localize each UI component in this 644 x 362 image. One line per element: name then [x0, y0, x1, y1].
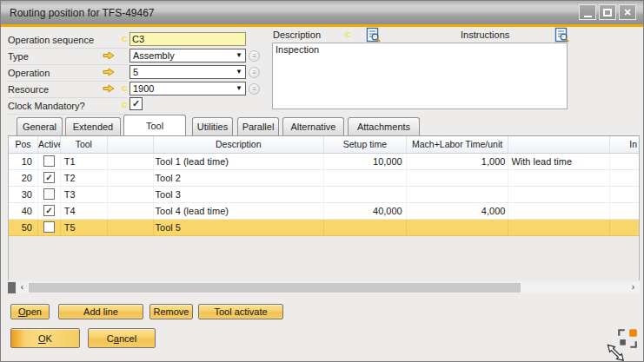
scrollbar-thumb[interactable] [29, 283, 521, 293]
instructions-label: Instructions [461, 30, 509, 40]
cell-remark [508, 220, 610, 235]
text-editor-icon[interactable] [366, 27, 381, 43]
operation-list-button[interactable]: ≡ [249, 67, 260, 78]
changed-marker-icon: C [122, 35, 128, 43]
column-splitter-handle[interactable] [8, 282, 16, 293]
tab-alternative[interactable]: Alternative [282, 117, 344, 135]
cell-pos: 10 [9, 154, 38, 169]
column-header-setup-time[interactable]: Setup time [324, 136, 407, 153]
cell-active: ✓ [38, 203, 61, 219]
horizontal-scrollbar[interactable]: ‹ › [8, 282, 640, 293]
type-value: Assembly [133, 50, 175, 61]
cell-description: Tool 3 [154, 187, 324, 202]
cell-in [610, 170, 639, 186]
table-row[interactable]: 30 T3 Tool 3 [9, 187, 639, 203]
resource-link-arrow-icon[interactable] [103, 84, 115, 93]
cell-pos: 50 [9, 220, 38, 235]
open-button[interactable]: Open [10, 304, 50, 319]
tool-table: Pos Active Tool Description Setup time M… [8, 135, 640, 280]
cell-mach-labor [407, 220, 509, 235]
column-header-tool[interactable]: Tool [61, 136, 108, 153]
cell-spacer [108, 154, 154, 169]
cell-spacer [108, 170, 154, 186]
changed-marker-icon: C [345, 30, 351, 39]
column-header-pos[interactable]: Pos [9, 136, 38, 153]
chevron-down-icon[interactable]: ▼ [236, 69, 242, 76]
cell-active: ✓ [38, 170, 61, 186]
cell-tool: T1 [61, 154, 108, 169]
minimize-button[interactable] [579, 4, 596, 20]
operation-value: 5 [133, 67, 138, 77]
text-editor-icon[interactable] [554, 27, 569, 43]
cell-tool: T4 [61, 203, 108, 219]
cell-remark [508, 170, 610, 186]
operation-sequence-label: Operation sequence [8, 32, 128, 49]
add-line-button[interactable]: Add line [58, 304, 143, 319]
titlebar[interactable]: Routing position for TFS-49467 [1, 1, 643, 24]
type-dropdown[interactable]: Assembly▼ [129, 49, 246, 63]
cell-in [610, 187, 639, 202]
type-link-arrow-icon[interactable] [103, 51, 115, 60]
operation-sequence-input[interactable]: C3 [129, 32, 246, 46]
row-active-checkbox[interactable] [43, 155, 55, 167]
row-active-checkbox[interactable] [43, 188, 55, 200]
tab-tool[interactable]: Tool [123, 115, 186, 135]
column-header-description[interactable]: Description [154, 136, 324, 153]
tab-utilities[interactable]: Utilities [192, 117, 233, 135]
maximize-button[interactable] [599, 4, 616, 20]
table-row-selected[interactable]: 50 T5 Tool 5 [9, 220, 639, 236]
operation-link-arrow-icon[interactable] [103, 68, 115, 76]
remove-button[interactable]: Remove [149, 304, 193, 319]
resize-grip-icon[interactable] [616, 327, 639, 350]
cell-spacer [108, 220, 154, 235]
cell-setup-time [324, 170, 407, 186]
row-active-checkbox[interactable]: ✓ [43, 172, 55, 183]
resource-value: 1900 [133, 83, 154, 94]
cell-tool: T5 [61, 220, 108, 235]
scroll-right-button[interactable]: › [627, 282, 639, 293]
scroll-left-icon: ‹ [21, 282, 23, 292]
cell-mach-labor: 4,000 [407, 203, 509, 219]
table-row[interactable]: 10 T1 Tool 1 (lead time) 10,000 1,000 Wi… [9, 154, 639, 170]
chevron-down-icon[interactable]: ▼ [236, 52, 242, 59]
table-row[interactable]: 40 ✓ T4 Tool 4 (lead time) 40,000 4,000 [9, 203, 639, 220]
row-active-checkbox[interactable] [43, 221, 55, 233]
chevron-down-icon[interactable]: ▼ [236, 85, 242, 92]
description-textarea[interactable]: Inspection [272, 43, 568, 109]
cell-mach-labor [407, 170, 509, 186]
button-label: K [46, 333, 52, 344]
tab-general[interactable]: General [17, 117, 63, 135]
changed-marker-icon: C [122, 101, 128, 109]
list-icon: ≡ [252, 85, 256, 93]
scroll-left-button[interactable]: ‹ [17, 282, 28, 293]
tool-activate-button[interactable]: Tool activate [198, 304, 283, 319]
type-list-button[interactable]: ≡ [249, 50, 260, 62]
cancel-button[interactable]: Cancel [88, 328, 156, 348]
tab-parallel[interactable]: Parallel [237, 117, 279, 135]
table-row[interactable]: 20 ✓ T2 Tool 2 [9, 170, 639, 187]
cell-setup-time: 10,000 [324, 154, 407, 169]
column-header-spacer [108, 136, 154, 153]
button-label: O [18, 306, 26, 317]
resource-list-button[interactable]: ≡ [249, 83, 260, 95]
cell-description: Tool 1 (lead time) [154, 154, 324, 169]
maximize-icon [603, 9, 612, 16]
close-button[interactable]: ✕ [619, 4, 636, 20]
column-header-in[interactable]: In [610, 136, 639, 153]
table-header-row: Pos Active Tool Description Setup time M… [9, 136, 639, 154]
button-label: Tool activate [214, 306, 267, 317]
cell-mach-labor: 1,000 [407, 154, 509, 169]
tab-extended[interactable]: Extended [65, 117, 121, 135]
column-header-mach-labor[interactable]: Mach+Labor Time/unit [407, 136, 509, 153]
resource-dropdown[interactable]: 1900▼ [129, 82, 246, 95]
clock-mandatory-checkbox[interactable]: ✓ [129, 97, 143, 110]
cell-remark [508, 203, 610, 219]
ok-button[interactable]: OK [10, 328, 80, 348]
column-header-active[interactable]: Active [38, 136, 61, 153]
tab-attachments[interactable]: Attachments [348, 117, 420, 135]
clock-mandatory-label: Clock Mandatory? [8, 98, 128, 115]
cell-active [38, 187, 61, 202]
row-active-checkbox[interactable]: ✓ [43, 205, 55, 216]
cell-spacer [108, 187, 154, 202]
operation-dropdown[interactable]: 5▼ [129, 65, 246, 79]
